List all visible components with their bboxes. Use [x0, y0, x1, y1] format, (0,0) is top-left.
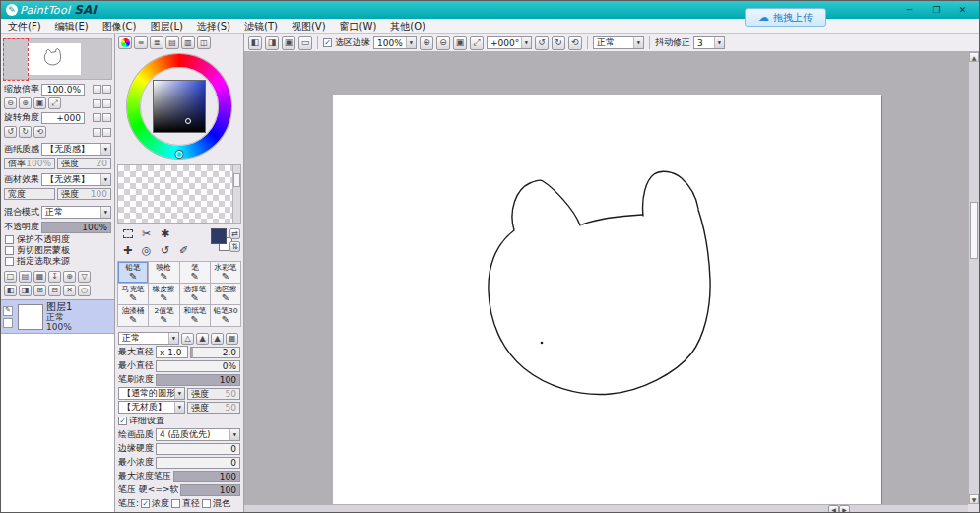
brush-shape-select[interactable]: 【通常的圆形】	[118, 387, 185, 400]
layer-name[interactable]: 图层1	[46, 302, 72, 312]
zoom-tool[interactable]: ◎	[137, 242, 156, 259]
layer-visibility-icon[interactable]	[3, 318, 13, 328]
pressure-blend-label[interactable]: 混色	[213, 497, 230, 510]
move-tool[interactable]: ✚	[118, 242, 137, 259]
canvas-viewport[interactable]: ▲ ▼ ◀ ▶	[244, 52, 979, 513]
navigator-view-rect[interactable]	[3, 38, 29, 81]
layer-tool-button[interactable]: ◨	[19, 285, 32, 296]
new-layer-set-button[interactable]: ▦	[33, 271, 46, 283]
new-layer-button[interactable]: □	[4, 271, 17, 283]
magic-wand-tool[interactable]: ✱	[156, 225, 174, 242]
minimize-button[interactable]: ─	[896, 2, 923, 18]
pressure-blend-checkbox[interactable]	[202, 499, 211, 508]
zoom-ratio-value[interactable]: 100.0%	[41, 84, 85, 96]
max-diameter-slider[interactable]: 2.0	[190, 347, 240, 358]
nav-mini-button[interactable]	[102, 113, 111, 122]
menu-file[interactable]: 文件(F)	[1, 19, 48, 33]
edge-hardness-slider[interactable]: 0	[156, 443, 240, 455]
menu-layer[interactable]: 图层(L)	[143, 19, 189, 33]
rotation-angle-value[interactable]: +000	[41, 112, 85, 124]
brush-tip-hard-button[interactable]: ▲	[211, 333, 224, 345]
tool-watercolor[interactable]: 水彩笔✎	[211, 262, 241, 284]
nav-mini-button[interactable]	[93, 85, 101, 94]
quality-select[interactable]: 4 (品质优先)	[156, 428, 240, 441]
layer-thumbnail[interactable]	[18, 304, 43, 330]
scroll-left-icon[interactable]: ◀	[828, 505, 839, 513]
foreground-color-swatch[interactable]	[211, 228, 227, 244]
rgb-slider-tab[interactable]: ≡	[134, 36, 148, 49]
scroll-tool-button[interactable]: ◧	[248, 36, 262, 50]
advanced-settings-checkbox[interactable]	[118, 417, 127, 425]
chevron-down-icon[interactable]	[406, 37, 416, 48]
tool-airbrush[interactable]: 喷枪✎	[149, 262, 179, 284]
selection-edge-checkbox[interactable]	[323, 38, 332, 47]
brush-tip-soft-button[interactable]: △	[181, 333, 194, 345]
navigator-preview[interactable]	[3, 38, 112, 80]
scroll-up-icon[interactable]: ▲	[969, 52, 979, 62]
chevron-down-icon[interactable]	[633, 37, 643, 48]
chevron-down-icon[interactable]	[100, 174, 110, 185]
tool-eraser[interactable]: 橡皮擦✎	[149, 284, 179, 305]
min-density-slider[interactable]: 0	[156, 457, 240, 469]
rotate-ccw-button[interactable]: ↺	[4, 126, 17, 138]
rotate-tool[interactable]: ↺	[156, 242, 174, 259]
chevron-down-icon[interactable]	[229, 429, 239, 440]
paper-texture-select[interactable]: 【无质感】	[41, 143, 111, 156]
canvas-zoom-select[interactable]: 100%	[373, 36, 417, 49]
saturation-value-square[interactable]	[153, 80, 206, 133]
merge-down-button[interactable]: ⊕	[63, 271, 76, 283]
pressure-diameter-label[interactable]: 直径	[182, 497, 200, 510]
zoom-reset-button[interactable]: ▣	[33, 97, 46, 109]
rotate-cw-button[interactable]: ↻	[19, 126, 32, 138]
tool-select-eraser[interactable]: 选区擦✎	[211, 284, 241, 305]
color-wheel-tab[interactable]	[118, 36, 132, 49]
tool-pencil30[interactable]: 铅笔30✎	[211, 305, 241, 327]
zoom-fit-button[interactable]: ⤢	[48, 97, 61, 109]
tool-select-pen[interactable]: 选择笔✎	[180, 284, 211, 305]
layer-tool-button[interactable]: ⊞	[33, 285, 46, 296]
menu-filter[interactable]: 滤镜(T)	[237, 19, 285, 33]
brush-tip-medium-button[interactable]: ▲	[196, 333, 209, 345]
opacity-slider[interactable]: 100%	[41, 222, 111, 233]
chevron-down-icon[interactable]	[174, 402, 184, 413]
close-button[interactable]: ✕	[949, 2, 976, 18]
nav-mini-button[interactable]	[102, 128, 111, 137]
swatches-tab[interactable]: ▥	[181, 36, 195, 49]
drawing-canvas[interactable]	[333, 95, 881, 504]
nav-mini-button[interactable]	[93, 128, 101, 137]
paper-scale-slider[interactable]: 倍率 100%	[4, 158, 55, 169]
menu-view[interactable]: 视图(V)	[285, 19, 333, 33]
brush-texture-select[interactable]: 【无材质】	[118, 401, 185, 414]
canvas-rotate-cw-button[interactable]: ↻	[552, 36, 565, 50]
layer-row-selected[interactable]: ✎ 图层1 正常 100%	[1, 300, 114, 334]
canvas-rotate-reset-button[interactable]: ⟲	[568, 36, 582, 50]
pressure-hard-soft-slider[interactable]: 100	[180, 484, 240, 496]
maximize-button[interactable]: ❐	[923, 2, 949, 18]
drag-upload-button[interactable]: ☁ 拖拽上传	[745, 8, 826, 27]
min-diameter-slider[interactable]: 0%	[156, 360, 240, 372]
menu-others[interactable]: 其他(O)	[383, 19, 432, 33]
scroll-tool-button[interactable]: ◨	[265, 36, 279, 50]
scratchpad[interactable]	[117, 164, 241, 224]
selection-edge-label[interactable]: 选区边缘	[335, 36, 370, 49]
tool-bucket[interactable]: 油漆桶✎	[118, 305, 149, 327]
advanced-settings-label[interactable]: 详细设置	[129, 415, 164, 427]
canvas-fit-button[interactable]: ⤢	[470, 36, 484, 50]
canvas-zoom-out-button[interactable]: ⊖	[436, 36, 450, 50]
canvas-zoom-in-button[interactable]: ⊕	[420, 36, 433, 50]
menu-edit[interactable]: 编辑(E)	[48, 19, 96, 33]
chevron-down-icon[interactable]	[100, 144, 110, 155]
chevron-down-icon[interactable]	[100, 207, 110, 218]
hsv-slider-tab[interactable]: ≣	[150, 36, 163, 49]
tool-pencil[interactable]: 铅笔✎	[118, 262, 149, 284]
canvas-rotate-ccw-button[interactable]: ↺	[535, 36, 549, 50]
clipping-mask-checkbox[interactable]	[5, 246, 14, 255]
pressure-diameter-checkbox[interactable]	[171, 499, 180, 508]
scratchpad-tab[interactable]: ◫	[197, 36, 211, 49]
tool-washi-pen[interactable]: 和纸笔✎	[180, 305, 211, 327]
tool-brush[interactable]: 笔✎	[180, 262, 211, 284]
max-density-pressure-slider[interactable]: 100	[173, 471, 240, 482]
scroll-down-icon[interactable]: ▼	[969, 494, 979, 504]
paint-target-icon[interactable]: ✎	[3, 306, 13, 316]
scrollbar-thumb[interactable]	[970, 202, 978, 259]
